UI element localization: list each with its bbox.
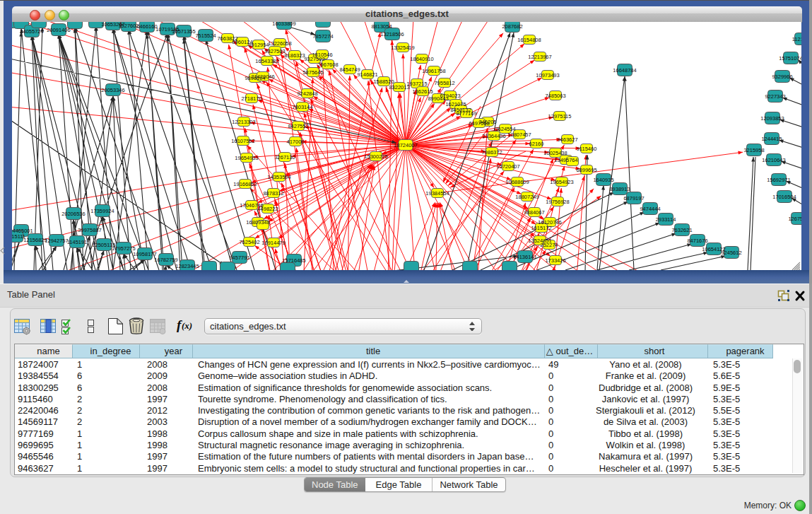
svg-text:8186323: 8186323 [284,52,305,59]
svg-text:3267130: 3267130 [274,154,295,160]
svg-text:13325419: 13325419 [391,45,414,51]
svg-text:8938913: 8938913 [609,186,630,192]
svg-text:1362615: 1362615 [412,88,433,95]
svg-text:9146821: 9146821 [357,71,377,78]
svg-text:18807249: 18807249 [515,194,539,200]
svg-text:17016504: 17016504 [772,194,796,200]
svg-text:16571355: 16571355 [172,28,195,35]
svg-text:9115460: 9115460 [577,146,597,152]
svg-text:1244415: 1244415 [761,136,782,142]
svg-text:10958177: 10958177 [133,251,156,257]
svg-text:8912954: 8912954 [248,42,269,48]
svg-text:21364436: 21364436 [482,133,505,139]
svg-text:7857274: 7857274 [312,33,333,40]
svg-text:16809348: 16809348 [246,219,269,226]
svg-text:19756928: 19756928 [546,199,569,205]
svg-text:15751074: 15751074 [779,55,801,62]
svg-text:15716485: 15716485 [282,257,305,264]
svg-text:(x): (x) [182,320,192,331]
svg-text:1267531: 1267531 [788,216,801,222]
svg-text:10688609: 10688609 [505,179,529,185]
svg-text:16914479: 16914479 [261,240,285,246]
svg-text:18640910: 18640910 [410,56,433,62]
svg-text:62160: 62160 [529,141,544,147]
svg-text:417006: 417006 [286,139,304,145]
svg-text:10807457: 10807457 [507,132,531,138]
svg-text:39975887: 39975887 [78,227,101,233]
svg-text:5875645: 5875645 [302,69,323,76]
svg-text:12823445: 12823445 [175,263,199,269]
svg-text:19654933: 19654933 [235,155,258,161]
svg-text:16961758: 16961758 [422,68,445,74]
svg-text:16107552: 16107552 [231,138,254,144]
svg-text:16782759: 16782759 [154,257,177,263]
svg-text:8878312: 8878312 [263,190,283,197]
svg-text:10973493: 10973493 [536,72,559,78]
svg-text:15692971: 15692971 [767,177,790,183]
svg-text:1145191: 1145191 [67,239,88,245]
svg-text:7485063: 7485063 [545,93,565,99]
svg-text:10025438: 10025438 [543,150,567,156]
svg-text:16154808: 16154808 [517,37,541,43]
svg-text:12213967: 12213967 [528,54,551,60]
svg-text:6466160: 6466160 [136,23,157,30]
svg-text:7632621: 7632621 [671,227,692,233]
svg-text:9463627: 9463627 [557,136,577,143]
svg-text:8471676: 8471676 [687,238,707,244]
svg-text:13218506: 13218506 [380,31,404,37]
svg-text:3215958: 3215958 [743,147,764,153]
svg-text:16648784: 16648784 [613,67,636,74]
svg-text:2967608: 2967608 [317,62,338,68]
svg-text:9777169: 9777169 [456,110,476,117]
svg-text:21420046: 21420046 [251,74,274,80]
svg-text:18724007: 18724007 [394,142,417,148]
svg-text:6497568: 6497568 [469,120,489,127]
svg-text:12975115: 12975115 [548,113,572,119]
svg-text:7803144: 7803144 [292,104,312,110]
svg-text:9884067: 9884067 [524,209,544,216]
svg-text:6899695: 6899695 [576,167,596,173]
svg-text:7986372: 7986372 [481,149,502,156]
svg-text:20091406: 20091406 [47,27,70,33]
svg-text:9227343: 9227343 [765,93,785,100]
svg-text:9245612: 9245612 [721,250,741,256]
svg-text:9329966: 9329966 [772,74,792,80]
svg-text:17359924: 17359924 [90,208,114,214]
svg-text:2087682: 2087682 [502,23,522,30]
svg-text:12156829: 12156829 [23,237,47,243]
svg-text:15300275: 15300275 [364,153,387,160]
svg-text:1937215: 1937215 [406,81,427,87]
svg-text:7515524: 7515524 [195,33,216,39]
svg-text:1733426: 1733426 [545,257,565,264]
svg-text:6879197: 6879197 [623,195,644,201]
svg-text:13226058: 13226058 [268,40,291,47]
svg-text:16033809: 16033809 [272,22,295,27]
svg-text:12093853: 12093853 [760,115,784,122]
svg-text:2718170: 2718170 [241,95,261,102]
svg-text:17957275: 17957275 [112,245,135,252]
svg-text:1121218: 1121218 [792,36,801,42]
svg-text:15720407: 15720407 [496,163,519,170]
svg-text:9474444: 9474444 [640,206,660,212]
svg-text:9242848: 9242848 [297,90,317,97]
svg-text:12213303: 12213303 [232,119,255,125]
svg-text:8813054: 8813054 [371,23,392,30]
svg-text:4498222: 4498222 [257,206,278,212]
svg-text:12942757: 12942757 [45,238,68,244]
svg-text:252274: 252274 [540,242,558,248]
svg-text:19384554: 19384554 [425,190,449,197]
svg-text:19166852: 19166852 [233,181,257,187]
svg-text:1640935: 1640935 [593,177,613,183]
svg-text:2933114: 2933114 [656,216,676,223]
svg-text:6794023: 6794023 [440,93,460,99]
svg-text:13495764: 13495764 [554,157,577,163]
svg-text:14136141: 14136141 [513,254,536,260]
svg-text:19654923: 19654923 [550,179,573,185]
svg-text:1527602: 1527602 [118,23,139,29]
svg-text:7955812: 7955812 [434,80,454,86]
svg-text:8427552: 8427552 [288,123,308,129]
svg-text:16210643: 16210643 [762,157,785,163]
svg-text:1615172: 1615172 [531,225,551,231]
svg-text:7625402: 7625402 [239,239,259,245]
svg-text:9327503: 9327503 [264,48,285,54]
